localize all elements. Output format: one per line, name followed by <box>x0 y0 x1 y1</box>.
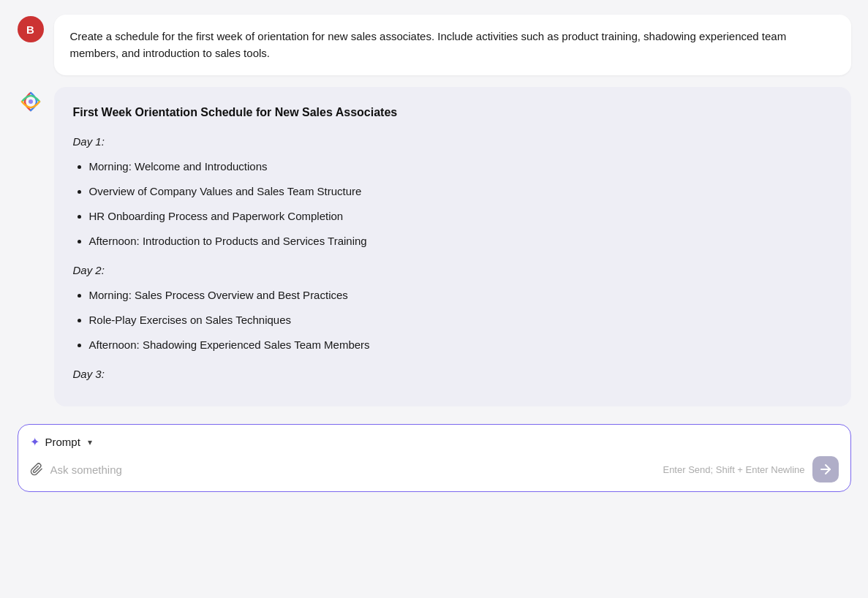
day-2-list: Morning: Sales Process Overview and Best… <box>73 287 832 354</box>
list-item: Afternoon: Shadowing Experienced Sales T… <box>89 336 832 354</box>
prompt-label: Prompt <box>45 436 80 448</box>
day-1-label: Day 1: <box>73 133 832 151</box>
input-bottom-row: Enter Send; Shift + Enter Newline <box>30 456 839 482</box>
ai-response-title: First Week Orientation Schedule for New … <box>73 103 832 122</box>
ai-message-bubble: First Week Orientation Schedule for New … <box>54 87 851 407</box>
prompt-dropdown-arrow[interactable]: ▾ <box>88 437 92 447</box>
user-message-bubble: Create a schedule for the first week of … <box>54 15 851 75</box>
day-3-label: Day 3: <box>73 366 832 383</box>
sparkle-icon: ✦ <box>30 435 39 449</box>
user-message-wrapper: B Create a schedule for the first week o… <box>18 15 851 75</box>
chat-container: B Create a schedule for the first week o… <box>18 15 851 492</box>
input-hint: Enter Send; Shift + Enter Newline <box>663 464 804 475</box>
list-item: Overview of Company Values and Sales Tea… <box>89 183 832 200</box>
ai-logo-icon <box>19 90 42 113</box>
day-2-label: Day 2: <box>73 262 832 279</box>
ai-avatar <box>18 88 44 115</box>
input-top-row: ✦ Prompt ▾ <box>30 435 839 449</box>
user-avatar: B <box>18 16 44 42</box>
list-item: Morning: Sales Process Overview and Best… <box>89 287 832 304</box>
input-area: ✦ Prompt ▾ Enter Send; Shift + Enter New… <box>18 424 851 492</box>
send-button[interactable] <box>812 456 839 482</box>
ai-message-wrapper: First Week Orientation Schedule for New … <box>18 87 851 407</box>
chat-input[interactable] <box>50 463 656 476</box>
list-item: Morning: Welcome and Introductions <box>89 158 832 175</box>
list-item: Afternoon: Introduction to Products and … <box>89 232 832 250</box>
day-1-list: Morning: Welcome and Introductions Overv… <box>73 158 832 250</box>
list-item: HR Onboarding Process and Paperwork Comp… <box>89 208 832 225</box>
user-message-text: Create a schedule for the first week of … <box>70 30 787 59</box>
attach-icon[interactable] <box>30 463 43 476</box>
list-item: Role-Play Exercises on Sales Techniques <box>89 311 832 329</box>
svg-point-0 <box>29 99 33 104</box>
